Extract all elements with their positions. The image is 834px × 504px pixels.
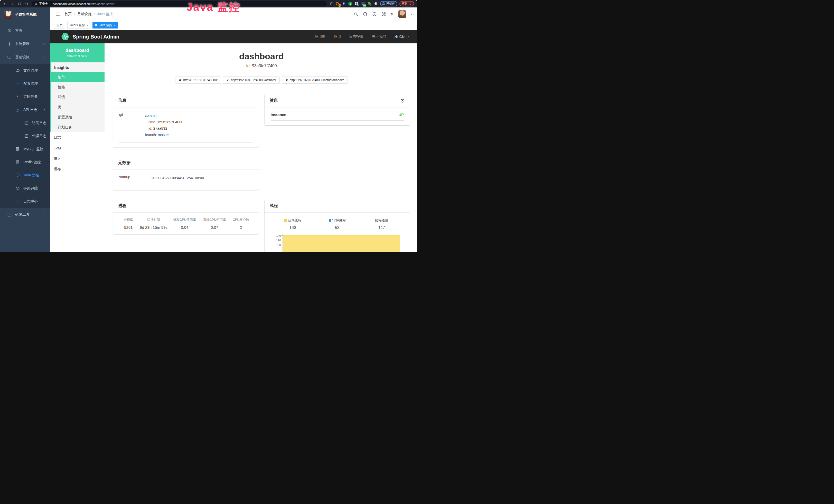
browser-reload-button[interactable] — [17, 1, 23, 7]
edit-icon — [16, 108, 20, 112]
sidebar-item-system-mgmt[interactable]: 系统管理 — [0, 37, 50, 51]
health-card-title: 健康 — [270, 98, 278, 103]
actuator-url-button[interactable]: http://192.168.0.2:48080/actuator — [223, 76, 280, 84]
breadcrumb-current: Java 监控 — [97, 12, 113, 17]
sba-item-scheduled-tasks[interactable]: 计划任务 — [51, 122, 105, 132]
heart-icon — [285, 78, 288, 82]
extension-grid-icon[interactable] — [354, 2, 359, 6]
sidebar-item-file-mgmt[interactable]: 文件管理 — [0, 64, 50, 77]
sidebar-item-tracing[interactable]: 链路追踪 — [0, 182, 50, 195]
sba-item-metrics[interactable]: 性能 — [51, 82, 105, 92]
legend-live-threads: 活动线程 143 — [271, 218, 315, 230]
sba-nav-applications[interactable]: 应用 — [334, 35, 341, 39]
sba-brand[interactable]: Spring Boot Admin — [61, 32, 119, 41]
sidebar-item-log-center[interactable]: 日志中心 — [0, 195, 50, 208]
sba-nav-journal[interactable]: 日志报表 — [349, 35, 364, 39]
sidebar-item-mysql-monitor[interactable]: MySQL 监控 — [0, 142, 50, 156]
sba-item-details[interactable]: 细节 — [50, 72, 105, 82]
github-icon[interactable] — [363, 12, 368, 17]
sidebar-item-home[interactable]: 首页 — [0, 24, 50, 37]
history-icon[interactable] — [400, 98, 405, 103]
briefcase-icon — [7, 212, 12, 217]
url-path: /infra/admin-server — [90, 2, 114, 5]
git-branch-line: branch: master — [145, 132, 253, 138]
bookmark-star-icon[interactable] — [329, 1, 333, 6]
search-icon[interactable] — [354, 12, 358, 17]
app-logo-row[interactable]: 芋道管理系统 — [0, 7, 50, 22]
font-size-icon[interactable]: tT — [391, 12, 394, 16]
sba-item-environment[interactable]: 环境 — [51, 92, 105, 102]
legend-label: 活动线程 — [288, 218, 301, 223]
process-value-system-cpu: 0.07 — [200, 225, 229, 230]
eye-icon — [16, 186, 20, 190]
update-label: 更新 — [402, 2, 408, 6]
process-value-cpu-cores: 2 — [229, 225, 252, 230]
extension-leaf-icon[interactable] — [367, 2, 372, 6]
avatar[interactable] — [398, 10, 406, 18]
tab-label: Redis 监控 — [70, 23, 85, 27]
hamburger-icon[interactable] — [55, 12, 60, 17]
instance-label: Instance — [271, 112, 286, 117]
sba-nav-about[interactable]: 关于我们 — [372, 35, 386, 39]
process-value-process-cpu: 0.04 — [170, 225, 200, 230]
edit-icon — [24, 121, 28, 125]
address-bar[interactable]: ⚠ 不安全 dashboard.yudao.iocoder.cn/infra/a… — [32, 1, 327, 6]
health-url-button[interactable]: http://192.168.0.2:48080/actuator/health — [282, 76, 348, 84]
close-icon[interactable]: × — [114, 24, 115, 27]
extension-dark-icon[interactable]: on — [361, 2, 365, 6]
sidebar-item-error-logs[interactable]: 错误日志 — [0, 130, 50, 142]
browser-menu-icon[interactable]: ⋮ — [409, 2, 412, 6]
sidebar-item-access-logs[interactable]: 访问日志 — [0, 116, 50, 130]
sidebar-item-infrastructure[interactable]: 基础设施 — [0, 51, 50, 64]
sidebar-item-api-logs[interactable]: API 日志 — [0, 103, 50, 116]
sidebar-item-label: 定时任务 — [23, 94, 38, 99]
avatar-caret-icon[interactable]: ▾ — [411, 13, 412, 16]
database-icon — [16, 160, 20, 164]
extension-orange-icon[interactable]: 1 — [335, 2, 339, 6]
sidebar-item-config-mgmt[interactable]: 配置管理 — [0, 77, 50, 90]
tab-label: Java 监控 — [98, 23, 112, 27]
extension-pin-icon[interactable] — [342, 2, 346, 6]
legend-value: 143 — [271, 225, 315, 230]
insights-group-label: Insights — [51, 62, 105, 72]
sidebar-item-dev-tools[interactable]: 研发工具 — [0, 208, 50, 221]
browser-update-button[interactable]: 更新 ⋮ — [399, 1, 414, 6]
insights-group: Insights 细节 性能 环境 类 配置属性 计划任务 — [50, 62, 105, 132]
sba-item-classes[interactable]: 类 — [51, 102, 105, 112]
sidebar-item-redis-monitor[interactable]: Redis 监控 — [0, 156, 50, 169]
sidebar-item-java-monitor[interactable]: Java 监控 — [0, 169, 50, 182]
startup-row: startup 2021-04-27T00:44:31.254+08:00 — [119, 175, 253, 185]
tab-java-monitor[interactable]: Java 监控 × — [92, 22, 118, 28]
extension-y-icon[interactable]: y — [348, 2, 352, 6]
sidebar-item-scheduled-jobs[interactable]: 定时任务 — [0, 90, 50, 103]
browser-home-button[interactable] — [24, 1, 30, 7]
breadcrumb-infrastructure[interactable]: 基础设施 — [77, 12, 92, 17]
cloud-upload-icon — [16, 68, 20, 73]
tab-home[interactable]: 首页 — [54, 22, 65, 28]
browser-forward-button[interactable] — [9, 1, 16, 7]
browser-back-button[interactable] — [2, 1, 8, 7]
sba-item-mappings[interactable]: 映射 — [50, 153, 105, 164]
sba-item-caches[interactable]: 缓存 — [50, 164, 105, 174]
help-icon[interactable] — [372, 12, 377, 17]
paused-extension-pill[interactable]: 😃 已暂停 — [380, 1, 397, 6]
process-card: 进程 进程ID 运行时间 进程CPU使用率 系统CPU使用率 CPU核心数 52… — [113, 199, 259, 234]
legend-label: 线程峰值 — [375, 218, 388, 223]
breadcrumb-home[interactable]: 首页 — [64, 12, 72, 17]
git-time-line: time: 1596289704000 — [145, 119, 253, 125]
tab-redis-monitor[interactable]: Redis 监控 × — [67, 22, 90, 28]
language-selector[interactable]: zh-CN — [394, 35, 410, 39]
fullscreen-icon[interactable] — [381, 12, 386, 17]
process-header-cpu-cores: CPU核心数 — [229, 218, 252, 222]
security-label: 不安全 — [39, 2, 48, 6]
close-icon[interactable]: × — [86, 24, 88, 27]
sba-instance-header[interactable]: dashboard 93a3fc7f7409 — [50, 43, 105, 62]
sidebar-item-label: 系统管理 — [15, 42, 29, 46]
sba-item-jvm[interactable]: JVM — [50, 143, 105, 153]
sba-item-config-props[interactable]: 配置属性 — [51, 112, 105, 122]
service-url-button[interactable]: http://192.168.0.2:48080/ — [175, 76, 221, 84]
sba-nav-wallboard[interactable]: 应用墙 — [315, 35, 325, 39]
sba-item-logs[interactable]: 日志 — [50, 132, 105, 143]
app-sidebar: 芋道管理系统 首页 系统管理 基础设施 — [0, 7, 50, 252]
extensions-puzzle-icon[interactable] — [374, 2, 378, 6]
